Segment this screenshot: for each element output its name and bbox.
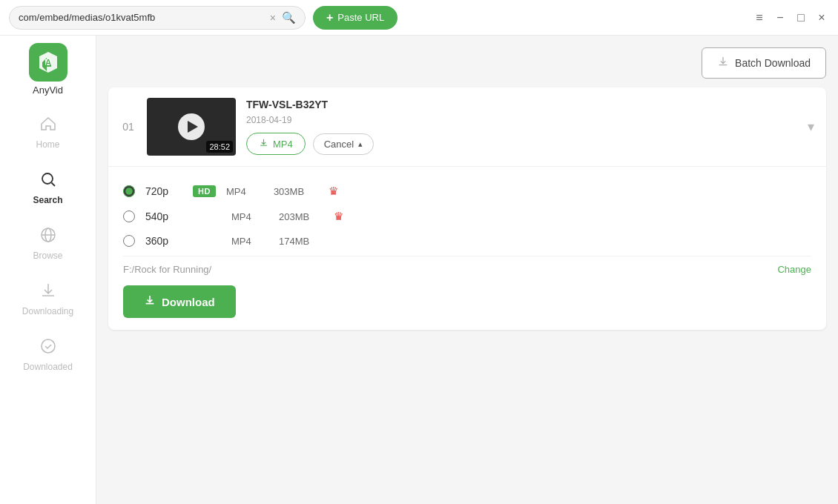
path-text: F:/Rock for Running/ <box>123 264 211 275</box>
svg-text:A: A <box>44 58 51 68</box>
main-layout: A AnyVid Home Search <box>0 36 838 504</box>
browse-label: Browse <box>33 251 62 261</box>
paste-url-button[interactable]: + Paste URL <box>313 6 397 30</box>
chevron-up-icon: ▴ <box>358 139 363 149</box>
batch-download-label: Batch Download <box>735 57 811 69</box>
svg-line-2 <box>51 183 55 187</box>
sidebar-item-home[interactable]: Home <box>0 105 96 160</box>
download-btn-label: Download <box>162 296 215 308</box>
quality-size-540p: 203MB <box>279 211 323 222</box>
video-duration: 28:52 <box>206 141 233 153</box>
maximize-icon[interactable]: □ <box>794 12 808 24</box>
url-bar: com/embed/medias/o1kvat5mfb × 🔍 <box>9 6 306 30</box>
quality-row-360p: 360p MP4 174MB <box>123 229 811 253</box>
downloaded-icon <box>39 337 57 358</box>
quality-size-360p: 174MB <box>279 236 323 247</box>
hd-badge: HD <box>193 185 216 197</box>
menu-icon[interactable]: ≡ <box>752 12 767 24</box>
close-icon[interactable]: × <box>814 12 829 24</box>
top-actions: Batch Download <box>108 47 826 79</box>
video-date: 2018-04-19 <box>246 115 797 125</box>
search-label: Search <box>33 195 62 205</box>
video-info: TFW-VSL-B32YT 2018-04-19 MP4 <box>246 99 797 155</box>
batch-download-icon <box>717 56 729 70</box>
quality-format-540p: MP4 <box>231 211 268 222</box>
video-card: 01 28:52 TFW-VSL-B32YT 2018-04-19 <box>108 87 826 330</box>
svg-point-6 <box>42 339 55 353</box>
video-header: 01 28:52 TFW-VSL-B32YT 2018-04-19 <box>108 87 826 167</box>
sidebar-item-downloading[interactable]: Downloading <box>0 271 96 327</box>
mp4-button[interactable]: MP4 <box>246 133 306 155</box>
batch-download-button[interactable]: Batch Download <box>702 47 826 79</box>
quality-row-540p: 540p MP4 203MB ♛ <box>123 204 811 229</box>
window-controls: ≡ − □ × <box>752 12 829 24</box>
browse-icon <box>39 226 57 247</box>
cancel-label: Cancel <box>324 139 354 150</box>
home-label: Home <box>36 139 59 150</box>
download-button[interactable]: Download <box>123 285 236 318</box>
mp4-download-icon <box>259 138 268 150</box>
play-button[interactable] <box>178 113 205 140</box>
premium-icon-540p: ♛ <box>334 210 343 223</box>
video-chevron-down-icon[interactable]: ▾ <box>808 119 814 135</box>
paste-url-label: Paste URL <box>337 12 384 23</box>
quality-label-540p[interactable]: 540p <box>145 210 182 222</box>
minimize-icon[interactable]: − <box>773 12 788 24</box>
quality-label-720p[interactable]: 720p <box>145 185 182 197</box>
mp4-label: MP4 <box>273 139 293 150</box>
app-name: AnyVid <box>33 84 63 96</box>
download-path: F:/Rock for Running/ Change <box>123 256 811 278</box>
search-icon: 🔍 <box>282 11 296 24</box>
downloading-icon <box>39 282 57 302</box>
search-sidebar-icon <box>39 170 57 191</box>
titlebar: com/embed/medias/o1kvat5mfb × 🔍 + Paste … <box>0 0 838 36</box>
quality-format-360p: MP4 <box>231 236 268 247</box>
sidebar-item-downloaded[interactable]: Downloaded <box>0 327 96 382</box>
quality-section: 720p HD MP4 303MB ♛ 540p MP4 203MB ♛ <box>108 167 826 330</box>
video-thumbnail[interactable]: 28:52 <box>147 98 236 156</box>
video-title: TFW-VSL-B32YT <box>246 99 797 110</box>
cancel-button[interactable]: Cancel ▴ <box>313 133 374 155</box>
quality-format-720p: MP4 <box>226 186 263 197</box>
sidebar-item-search[interactable]: Search <box>0 160 96 216</box>
downloaded-label: Downloaded <box>23 362 73 372</box>
download-arrow-icon <box>144 294 156 309</box>
change-path-link[interactable]: Change <box>777 264 811 275</box>
quality-radio-540p[interactable] <box>123 210 135 222</box>
app-logo: A <box>29 43 67 82</box>
quality-size-720p: 303MB <box>274 186 318 197</box>
video-number: 01 <box>120 121 136 133</box>
video-actions: MP4 Cancel ▴ <box>246 133 797 155</box>
svg-point-1 <box>42 173 53 184</box>
quality-radio-720p[interactable] <box>123 185 135 197</box>
premium-icon-720p: ♛ <box>329 185 338 198</box>
sidebar: A AnyVid Home Search <box>0 36 96 504</box>
quality-label-360p[interactable]: 360p <box>145 235 182 247</box>
home-icon <box>39 115 57 136</box>
content-area: Batch Download 01 28:52 TFW-VSL-B32YT 20… <box>96 36 838 504</box>
quality-row-720p: 720p HD MP4 303MB ♛ <box>123 179 811 204</box>
url-text: com/embed/medias/o1kvat5mfb <box>19 12 264 23</box>
downloading-label: Downloading <box>22 306 73 316</box>
sidebar-item-browse[interactable]: Browse <box>0 216 96 271</box>
url-close-button[interactable]: × <box>270 13 276 23</box>
plus-icon: + <box>326 11 333 24</box>
quality-radio-360p[interactable] <box>123 235 135 247</box>
